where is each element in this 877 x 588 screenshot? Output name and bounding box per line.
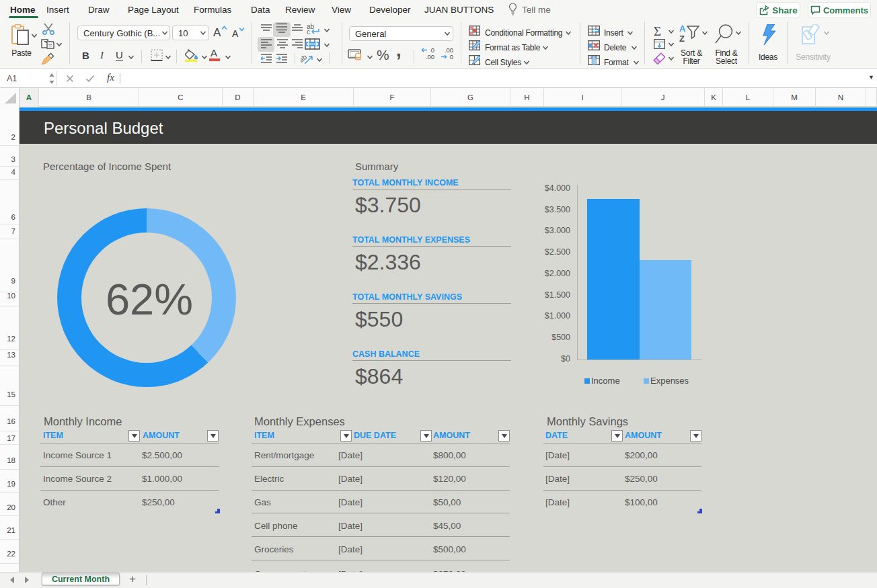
- svg-text:c: c: [307, 28, 310, 35]
- svg-text:.00: .00: [426, 53, 434, 60]
- svg-text:ab: ab: [301, 52, 308, 64]
- svg-text:0: 0: [450, 53, 453, 60]
